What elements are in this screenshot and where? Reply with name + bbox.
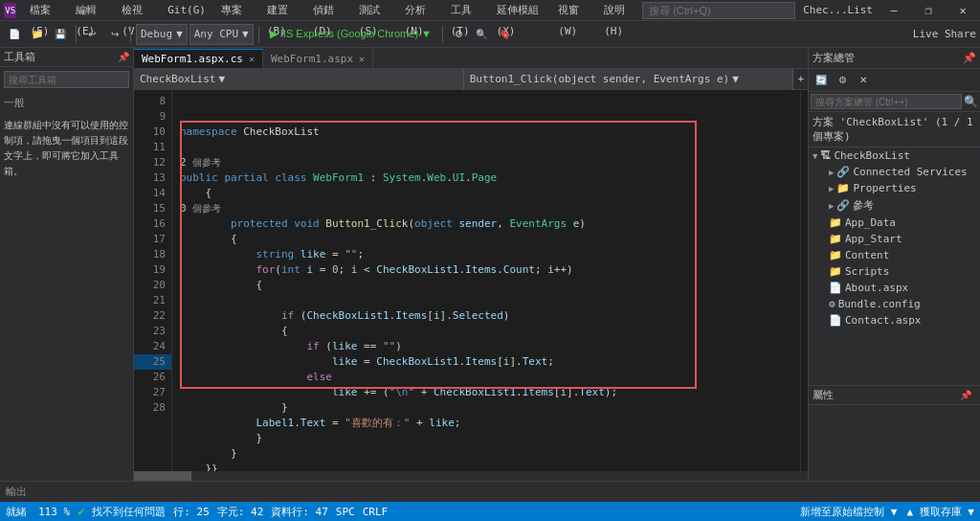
menu-analyze[interactable]: 分析(N)	[397, 0, 443, 21]
bottom-bar: 輸出	[0, 481, 980, 502]
scrollbar-thumb[interactable]	[134, 471, 191, 481]
ln-9: 9	[134, 109, 171, 125]
menu-edit[interactable]: 編輯(E)	[68, 0, 114, 21]
solution-close-button[interactable]: ✕	[853, 70, 874, 91]
titlebar: VS 檔案(F) 編輯(E) 檢視(V) Git(G) 專案(P) 建置(B) …	[0, 0, 980, 21]
menu-extensions[interactable]: 延伸模組(X)	[489, 0, 551, 21]
project-label: CheckBoxList	[834, 149, 909, 162]
toolbox-pin[interactable]: 📌	[118, 52, 129, 62]
tree-item-6[interactable]: 📁 Scripts	[809, 263, 980, 280]
horizontal-scrollbar[interactable]	[134, 471, 808, 481]
save-button[interactable]: 💾	[50, 24, 71, 45]
tab-label-2: WebForm1.aspx	[271, 53, 353, 65]
menu-project[interactable]: 專案(P)	[213, 0, 259, 21]
menu-help[interactable]: 說明(H)	[596, 0, 642, 21]
tab-webform-cs[interactable]: WebForm1.aspx.cs ✕	[134, 49, 263, 68]
cpu-dropdown[interactable]: Any CPU ▼	[189, 24, 254, 45]
zoom-level[interactable]: 113 %	[38, 506, 70, 518]
nav-add-button[interactable]: +	[793, 73, 808, 85]
properties-arrow: ▶	[829, 184, 834, 193]
tree-item-7[interactable]: 📄 About.aspx	[809, 280, 980, 296]
tab-webform-aspx[interactable]: WebForm1.aspx ✕	[263, 49, 373, 68]
about-label: About.aspx	[845, 282, 908, 294]
nav-bar: CheckBoxList ▼ Button1_Click(object send…	[134, 69, 808, 90]
minimize-button[interactable]: —	[880, 0, 907, 21]
ln-28: 28	[134, 400, 171, 416]
solution-explorer-title: 方案總管	[813, 51, 855, 65]
redo-button[interactable]: ↪	[104, 24, 125, 45]
close-button[interactable]: ✕	[949, 0, 976, 21]
new-project-button[interactable]: 📄	[4, 24, 25, 45]
solution-pin[interactable]: 📌	[963, 52, 976, 64]
references-arrow: ▶	[829, 201, 834, 211]
solution-search-icon[interactable]: 🔍	[964, 95, 978, 108]
status-center: 113 % ✔ 找不到任何問題 行: 25 字元: 42 資料行: 47 SPC…	[38, 505, 388, 519]
tree-item-9[interactable]: 📄 Contact.aspx	[809, 312, 980, 328]
nav-dropdown-left[interactable]: CheckBoxList ▼	[134, 69, 464, 90]
menu-debug[interactable]: 偵錯(D)	[305, 0, 351, 21]
ln-20: 20	[134, 278, 171, 293]
properties-icon: 📁	[836, 182, 850, 194]
ln-13: 13	[134, 170, 171, 186]
tab-close-1[interactable]: ✕	[249, 54, 255, 64]
menu-test[interactable]: 測試(S)	[351, 0, 397, 21]
solution-tree-title: 方案 'CheckBoxList' (1 / 1 個專案)	[809, 112, 980, 147]
menu-file[interactable]: 檔案(F)	[22, 0, 68, 21]
debug-dropdown[interactable]: Debug ▼	[136, 24, 188, 45]
ln-21: 21	[134, 293, 171, 308]
scripts-icon: 📁	[829, 265, 842, 278]
open-button[interactable]: 📁	[27, 24, 48, 45]
tree-item-2[interactable]: ▶ 🔗 參考	[809, 196, 980, 215]
project-arrow: ▼	[813, 151, 817, 161]
menu-window[interactable]: 視窗(W)	[550, 0, 596, 21]
props-pin[interactable]: 📌	[955, 385, 976, 406]
bundle-icon: ⚙	[829, 298, 835, 310]
properties-title: 屬性	[813, 388, 834, 402]
toolbar-misc-1[interactable]: ⚙	[448, 24, 469, 45]
menu-tools[interactable]: 工具(T)	[443, 0, 489, 21]
code-content-area[interactable]: namespace CheckBoxList 2 個參考 public part…	[172, 90, 800, 471]
tree-item-4[interactable]: 📁 App_Start	[809, 231, 980, 247]
get-repo-label[interactable]: ▲ 獲取存庫 ▼	[907, 505, 975, 519]
tab-close-2[interactable]: ✕	[359, 54, 365, 64]
references-label: 參考	[853, 198, 874, 213]
separator-4	[442, 26, 443, 43]
tree-item-5[interactable]: 📁 Content	[809, 247, 980, 263]
project-root[interactable]: ▼ 🏗 CheckBoxList	[809, 147, 980, 164]
menu-view[interactable]: 檢視(V)	[114, 0, 160, 21]
tree-item-0[interactable]: ▶ 🔗 Connected Services	[809, 164, 980, 180]
global-search[interactable]	[642, 2, 795, 19]
source-control-label[interactable]: 新增至原始檔控制 ▼	[800, 505, 897, 519]
tree-item-3[interactable]: 📁 App_Data	[809, 215, 980, 231]
title-right: Chec...List — ❐ ✕	[642, 0, 976, 21]
toolbar-misc-3[interactable]: 🔖	[494, 24, 515, 45]
tree-item-8[interactable]: ⚙ Bundle.config	[809, 296, 980, 312]
restore-button[interactable]: ❐	[915, 0, 942, 21]
solution-search-input[interactable]	[811, 94, 962, 109]
ln-12: 12	[134, 155, 171, 170]
output-label[interactable]: 輸出	[6, 485, 27, 499]
tree-item-1[interactable]: ▶ 📁 Properties	[809, 180, 980, 196]
undo-button[interactable]: ↩	[81, 24, 102, 45]
ln-10: 10	[134, 125, 171, 140]
app-data-icon: 📁	[829, 216, 842, 229]
live-share-button[interactable]: Live Share	[913, 28, 976, 40]
toolbar-misc-2[interactable]: 🔍	[471, 24, 492, 45]
solution-properties-button[interactable]: ⚙	[832, 70, 853, 91]
status-line: 行: 25	[173, 505, 210, 519]
menu-git[interactable]: Git(G)	[160, 0, 213, 21]
project-icon: 🏗	[820, 149, 831, 162]
code-editor[interactable]: 8 9 10 11 12 13 14 15 16 17 18 19 20 21 …	[134, 90, 808, 471]
solution-sync-button[interactable]: 🔄	[811, 70, 832, 91]
ln-23: 23	[134, 324, 171, 339]
app-start-icon: 📁	[829, 233, 842, 245]
nav-dropdown-right[interactable]: Button1_Click(object sender, EventArgs e…	[464, 69, 794, 90]
nav-left-label: CheckBoxList	[140, 73, 215, 85]
status-ok-icon: ✔	[78, 505, 84, 518]
menu-build[interactable]: 建置(B)	[259, 0, 305, 21]
run-button[interactable]: ▶ IIS Express (Google Chrome) ▼	[264, 24, 437, 45]
contact-icon: 📄	[829, 314, 842, 327]
toolbox-search-input[interactable]	[4, 71, 129, 88]
status-just-ready: 就緒	[6, 505, 27, 519]
content-label: Content	[845, 249, 889, 261]
